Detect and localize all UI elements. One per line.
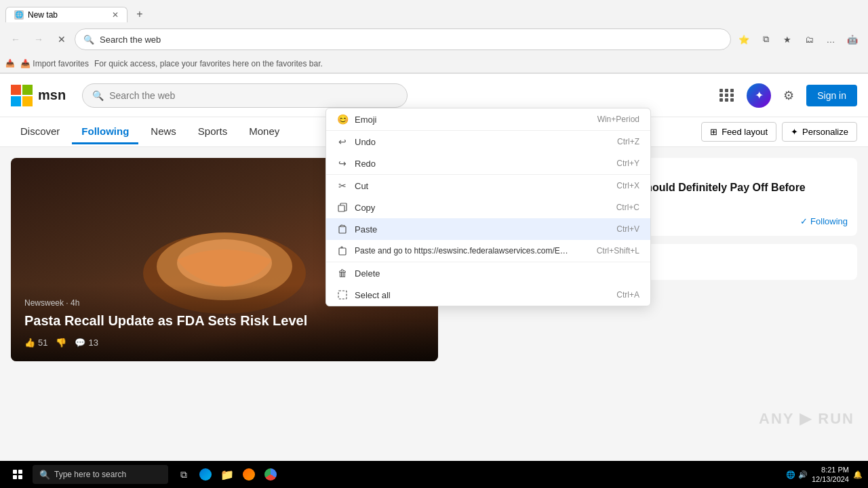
context-menu: 😊 Emoji Win+Period ↩ Undo Ctrl+Z ↪ Redo … [326, 108, 651, 306]
sign-in-button[interactable]: Sign in [806, 85, 857, 106]
paste-goto-icon [337, 245, 348, 256]
chrome-taskbar-icon[interactable] [260, 464, 281, 485]
like-icon: 👍 [24, 338, 35, 348]
file-explorer-taskbar-icon[interactable]: 📁 [217, 464, 237, 485]
nav-item-discover[interactable]: Discover [11, 120, 69, 144]
collections-button[interactable]: 🗂 [799, 29, 819, 49]
browser-menu-button[interactable]: … [821, 29, 841, 49]
context-menu-select-all[interactable]: Select all Ctrl+A [326, 284, 650, 306]
back-button[interactable]: ← [5, 29, 26, 49]
svg-rect-2 [11, 96, 21, 106]
edge-taskbar-icon[interactable] [195, 464, 216, 485]
toolbar: ← → ✕ 🔍 Search the web ⭐ ⧉ ★ 🗂 … 🤖 [0, 24, 868, 54]
address-text: Search the web [100, 35, 161, 45]
favorites-button[interactable]: ★ [777, 29, 797, 49]
feed-layout-button[interactable]: ⊞ Feed layout [701, 122, 776, 142]
context-menu-paste[interactable]: Paste Ctrl+V [326, 218, 650, 240]
taskbar-search[interactable]: 🔍 Type here to search [33, 465, 168, 484]
notification-button[interactable]: 🔔 [853, 470, 863, 479]
toolbar-actions: ⭐ ⧉ ★ 🗂 … 🤖 [734, 29, 863, 49]
nav-item-following[interactable]: Following [72, 120, 138, 144]
like-count: 51 [38, 338, 47, 348]
copilot-button[interactable]: ✦ [747, 83, 771, 108]
network-icon[interactable]: 🌐 [786, 470, 795, 479]
msn-logo-icon [11, 85, 33, 106]
new-tab-button[interactable]: + [130, 5, 149, 24]
favorites-bar-text[interactable]: 📥 Import favorites [20, 59, 89, 68]
personalize-button[interactable]: ✦ Personalize [782, 122, 857, 142]
paste-shortcut: Ctrl+V [616, 224, 639, 234]
context-menu-delete[interactable]: 🗑 Delete [326, 262, 650, 284]
taskbar-sys-icons: 🌐 🔊 [786, 470, 808, 479]
copy-shortcut: Ctrl+C [616, 203, 639, 212]
menu-item-delete-left: 🗑 Delete [337, 268, 380, 279]
like-button[interactable]: 👍 51 [24, 338, 47, 348]
taskview-button[interactable]: ⧉ [174, 464, 194, 485]
nav-item-news[interactable]: News [141, 120, 186, 144]
dislike-button[interactable]: 👎 [56, 338, 66, 348]
volume-icon[interactable]: 🔊 [798, 470, 808, 479]
delete-label: Delete [355, 268, 380, 279]
comment-count: 13 [88, 338, 98, 348]
svg-rect-10 [340, 226, 344, 227]
header-right: ✦ ⚙ Sign in [715, 83, 857, 108]
context-menu-copy[interactable]: Copy Ctrl+C [326, 197, 650, 218]
msn-logo[interactable]: msn [11, 85, 66, 106]
cut-icon: ✂ [337, 180, 348, 191]
file-explorer-icon: 📁 [220, 468, 234, 481]
svg-point-6 [177, 239, 272, 287]
copilot-toolbar-button[interactable]: 🤖 [842, 29, 863, 49]
delete-icon: 🗑 [337, 268, 348, 279]
tab-favicon: 🌐 [14, 10, 24, 20]
paste-label: Paste [355, 224, 377, 235]
nav-item-money[interactable]: Money [239, 120, 289, 144]
favorites-settings-button[interactable]: ⭐ [734, 29, 754, 49]
menu-item-cut-left: ✂ Cut [337, 180, 368, 191]
menu-item-paste-left: Paste [337, 224, 377, 235]
emoji-shortcut: Win+Period [597, 115, 639, 124]
paste-goto-shortcut: Ctrl+Shift+L [597, 246, 639, 256]
dislike-icon: 👎 [56, 338, 66, 348]
svg-rect-3 [22, 96, 33, 106]
following-label: Following [810, 216, 848, 226]
settings-button[interactable]: ⚙ [779, 84, 798, 107]
copy-icon [337, 202, 348, 213]
tab-bar: 🌐 New tab ✕ + [0, 0, 868, 24]
following-badge: ✓ Following [800, 216, 848, 226]
svg-rect-1 [22, 85, 33, 95]
feed-layout-icon: ⊞ [710, 127, 717, 137]
start-button[interactable] [5, 462, 30, 487]
select-all-label: Select all [355, 290, 391, 300]
taskbar-clock[interactable]: 8:21 PM 12/13/2024 [812, 465, 849, 485]
tab-close-button[interactable]: ✕ [112, 10, 119, 20]
comment-icon: 💬 [75, 338, 85, 348]
context-menu-redo[interactable]: ↪ Redo Ctrl+Y [326, 152, 650, 174]
nav-item-sports[interactable]: Sports [189, 120, 237, 144]
address-bar[interactable]: 🔍 Search the web [75, 28, 731, 50]
taskbar-search-text: Type here to search [54, 470, 126, 479]
search-input[interactable] [109, 90, 397, 101]
taskview-icon: ⧉ [180, 469, 187, 481]
watermark: ANY ▶ RUN [759, 410, 854, 428]
reload-button[interactable]: ✕ [52, 29, 72, 49]
current-tab[interactable]: 🌐 New tab ✕ [5, 7, 127, 22]
context-menu-paste-goto[interactable]: Paste and go to https://eswsinc.federala… [326, 240, 650, 262]
split-screen-button[interactable]: ⧉ [755, 29, 776, 49]
context-menu-cut[interactable]: ✂ Cut Ctrl+X [326, 174, 650, 197]
context-menu-undo[interactable]: ↩ Undo Ctrl+Z [326, 130, 650, 152]
menu-item-redo-left: ↪ Redo [337, 158, 376, 169]
firefox-taskbar-icon[interactable] [239, 464, 259, 485]
search-bar[interactable]: 🔍 [82, 83, 408, 108]
redo-shortcut: Ctrl+Y [616, 159, 639, 168]
forward-button[interactable]: → [28, 29, 49, 49]
context-menu-emoji[interactable]: 😊 Emoji Win+Period [326, 108, 650, 130]
redo-icon: ↪ [337, 158, 348, 169]
comment-button[interactable]: 💬 13 [75, 338, 98, 348]
svg-rect-9 [339, 226, 346, 233]
personalize-label: Personalize [802, 127, 848, 137]
taskbar-search-icon: 🔍 [39, 470, 50, 480]
cut-label: Cut [355, 181, 368, 191]
menu-item-copy-left: Copy [337, 202, 375, 213]
emoji-label: Emoji [355, 115, 377, 125]
apps-grid-button[interactable] [715, 85, 738, 106]
